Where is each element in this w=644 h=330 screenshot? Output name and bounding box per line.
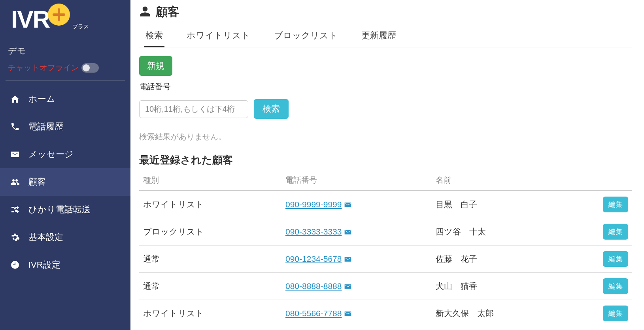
sidebar-item-label: 顧客 xyxy=(28,176,46,188)
sidebar-item-label: 電話履歴 xyxy=(28,121,63,133)
chat-toggle[interactable] xyxy=(81,63,99,73)
cell-type: 通常 xyxy=(139,246,281,273)
table-row: ホワイトリスト090-9999-9999目黒 白子編集 xyxy=(139,191,632,218)
no-results-message: 検索結果がありません。 xyxy=(139,131,632,142)
cell-action: 編集 xyxy=(593,273,632,300)
chat-status-row: チャットオフライン xyxy=(8,62,123,73)
cell-type: ブロックリスト xyxy=(139,218,281,246)
sidebar-item-label: IVR設定 xyxy=(28,259,60,271)
edit-button[interactable]: 編集 xyxy=(603,306,628,321)
cell-action: 編集 xyxy=(593,300,632,327)
sidebar-item-label: ひかり電話転送 xyxy=(28,204,91,216)
cell-action: 編集 xyxy=(593,218,632,246)
demo-label: デモ xyxy=(8,45,123,57)
sidebar-item-clock[interactable]: IVR設定 xyxy=(0,251,130,279)
table-row: 通常080-8888-8888犬山 猫香編集 xyxy=(139,273,632,300)
column-header-action xyxy=(593,170,632,191)
cell-name: 四ツ谷 十太 xyxy=(432,218,593,246)
chat-status-label: チャットオフライン xyxy=(8,62,79,73)
edit-button[interactable]: 編集 xyxy=(603,224,628,240)
cell-phone: 090-1234-5678 xyxy=(281,246,432,273)
cell-type: ホワイトリスト xyxy=(139,191,281,218)
tab-2[interactable]: ブロックリスト xyxy=(272,26,339,47)
column-header-type: 種別 xyxy=(139,170,281,191)
phone-search-input[interactable] xyxy=(139,100,248,118)
sidebar-item-label: メッセージ xyxy=(28,148,74,160)
phone-link[interactable]: 090-3333-3333 xyxy=(285,227,342,236)
phone-link[interactable]: 090-9999-9999 xyxy=(285,200,342,209)
users-icon xyxy=(9,177,21,187)
sidebar-item-home[interactable]: ホーム xyxy=(0,85,130,113)
gear-icon xyxy=(9,232,21,242)
clock-icon xyxy=(9,260,21,270)
recent-customers-title: 最近登録された顧客 xyxy=(139,153,632,167)
tab-1[interactable]: ホワイトリスト xyxy=(185,26,252,47)
sidebar-item-users[interactable]: 顧客 xyxy=(0,168,130,196)
sidebar-item-gear[interactable]: 基本設定 xyxy=(0,223,130,251)
shuffle-icon xyxy=(9,205,21,214)
user-icon xyxy=(139,6,151,19)
envelope-icon xyxy=(9,150,21,159)
envelope-icon[interactable] xyxy=(344,311,352,317)
home-icon xyxy=(9,94,21,104)
table-row: 通常090-1234-5678佐藤 花子編集 xyxy=(139,246,632,273)
column-header-phone: 電話番号 xyxy=(281,170,432,191)
envelope-icon[interactable] xyxy=(344,202,352,208)
sidebar-divider xyxy=(6,80,125,81)
envelope-icon[interactable] xyxy=(344,229,352,235)
plus-icon xyxy=(48,4,70,26)
cell-type: ホワイトリスト xyxy=(139,300,281,327)
sidebar-item-shuffle[interactable]: ひかり電話転送 xyxy=(0,196,130,223)
phone-field-label: 電話番号 xyxy=(139,81,632,92)
recent-customers-table: 種別 電話番号 名前 ホワイトリスト090-9999-9999目黒 白子編集ブロ… xyxy=(139,170,632,327)
cell-phone: 080-5566-7788 xyxy=(281,300,432,327)
logo-subtitle: プラス xyxy=(72,23,89,30)
sidebar-nav: ホーム電話履歴メッセージ顧客ひかり電話転送基本設定IVR設定 xyxy=(0,85,130,279)
new-button[interactable]: 新規 xyxy=(139,56,172,76)
tab-0[interactable]: 検索 xyxy=(144,26,164,47)
sidebar-item-envelope[interactable]: メッセージ xyxy=(0,141,130,168)
edit-button[interactable]: 編集 xyxy=(603,251,628,267)
sidebar-item-phone[interactable]: 電話履歴 xyxy=(0,113,130,141)
cell-type: 通常 xyxy=(139,273,281,300)
edit-button[interactable]: 編集 xyxy=(603,197,628,212)
cell-name: 佐藤 花子 xyxy=(432,246,593,273)
search-button[interactable]: 検索 xyxy=(254,99,289,119)
main-content: 顧客 検索ホワイトリストブロックリスト更新履歴 新規 電話番号 検索 検索結果が… xyxy=(130,0,644,330)
cell-action: 編集 xyxy=(593,246,632,273)
cell-name: 新大久保 太郎 xyxy=(432,300,593,327)
envelope-icon[interactable] xyxy=(344,256,352,262)
phone-link[interactable]: 080-8888-8888 xyxy=(285,281,342,291)
cell-name: 目黒 白子 xyxy=(432,191,593,218)
logo: IVR プラス xyxy=(0,0,130,37)
envelope-icon[interactable] xyxy=(344,283,352,290)
tabs: 検索ホワイトリストブロックリスト更新履歴 xyxy=(139,26,632,47)
page-header: 顧客 xyxy=(139,4,632,20)
cell-phone: 080-8888-8888 xyxy=(281,273,432,300)
cell-phone: 090-9999-9999 xyxy=(281,191,432,218)
column-header-name: 名前 xyxy=(432,170,593,191)
phone-link[interactable]: 080-5566-7788 xyxy=(285,309,342,318)
tab-3[interactable]: 更新履歴 xyxy=(360,26,398,47)
table-row: ホワイトリスト080-5566-7788新大久保 太郎編集 xyxy=(139,300,632,327)
cell-name: 犬山 猫香 xyxy=(432,273,593,300)
phone-link[interactable]: 090-1234-5678 xyxy=(285,254,342,263)
sidebar: IVR プラス デモ チャットオフライン ホーム電話履歴メッセージ顧客ひかり電話… xyxy=(0,0,130,330)
logo-text: IVR xyxy=(11,7,49,32)
sidebar-item-label: 基本設定 xyxy=(28,231,63,243)
edit-button[interactable]: 編集 xyxy=(603,278,628,294)
page-title: 顧客 xyxy=(156,4,179,20)
cell-action: 編集 xyxy=(593,191,632,218)
table-row: ブロックリスト090-3333-3333四ツ谷 十太編集 xyxy=(139,218,632,246)
cell-phone: 090-3333-3333 xyxy=(281,218,432,246)
sidebar-item-label: ホーム xyxy=(28,93,55,105)
phone-icon xyxy=(9,122,21,131)
